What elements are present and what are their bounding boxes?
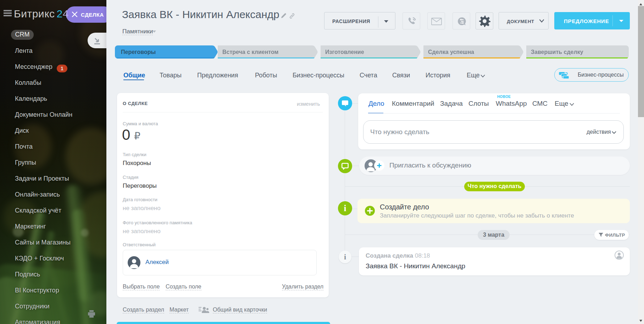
svg-text:Встреча с клиентом: Встреча с клиентом [222,49,278,55]
svg-text:Изготовление: Изготовление [325,49,364,55]
svg-text:Переговоры: Переговоры [121,49,156,55]
svg-text:Завершить сделку: Завершить сделку [531,49,583,55]
svg-text:Сделка успешна: Сделка успешна [428,49,474,55]
